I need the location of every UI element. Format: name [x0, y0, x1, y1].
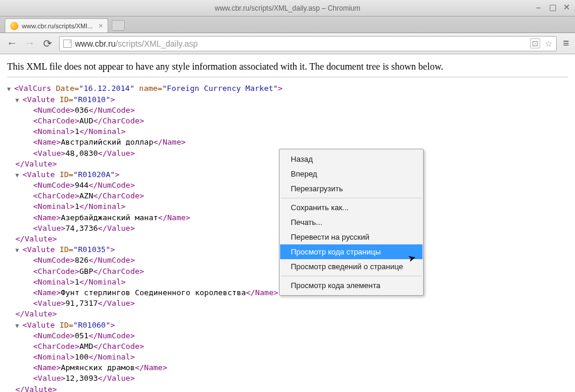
minimize-button[interactable]: –: [534, 2, 543, 12]
xml-field: <Name>Австралийский доллар</Name>: [7, 137, 568, 148]
xml-field: <NumCode>051</NumCode>: [7, 331, 568, 341]
favicon-icon: [10, 22, 18, 30]
translate-icon[interactable]: ⊡: [530, 38, 540, 48]
collapse-toggle-icon[interactable]: ▼: [7, 85, 14, 93]
url-path: /scripts/XML_daily.asp: [115, 39, 197, 48]
context-menu-item[interactable]: Сохранить как...: [280, 200, 423, 215]
context-menu-item[interactable]: Вперед: [280, 166, 423, 181]
context-menu-item[interactable]: Просмотр сведений о странице: [280, 259, 423, 274]
address-bar[interactable]: www.cbr.ru/scripts/XML_daily.asp ⊡ ☆: [59, 36, 557, 51]
xml-field: <Nominal>100</Nominal>: [7, 352, 568, 362]
tab-bar: www.cbr.ru/scripts/XMl... ×: [0, 17, 575, 33]
close-window-button[interactable]: ✕: [562, 2, 571, 12]
url-actions: ⊡ ☆: [530, 38, 553, 48]
xml-field: <Value>12,3093</Value>: [7, 373, 568, 384]
xml-root-open[interactable]: ▼<ValCurs Date="16.12.2014" name="Foreig…: [7, 83, 568, 94]
valute-close: </Valute>: [7, 384, 568, 392]
collapse-toggle-icon[interactable]: ▼: [15, 96, 22, 104]
context-menu-separator: [281, 198, 422, 198]
context-menu: НазадВпередПерезагрузитьСохранить как...…: [279, 149, 424, 296]
context-menu-separator: [281, 276, 422, 276]
xml-field: <Value>91,7317</Value>: [7, 298, 568, 309]
window-titlebar: www.cbr.ru/scripts/XML_daily.asp – Chrom…: [0, 0, 575, 17]
bookmark-star-icon[interactable]: ☆: [545, 39, 553, 48]
tab-close-button[interactable]: ×: [99, 21, 103, 30]
nav-bar: ← → ⟳ www.cbr.ru/scripts/XML_daily.asp ⊡…: [0, 33, 575, 54]
back-button[interactable]: ←: [6, 38, 18, 50]
context-menu-item[interactable]: Просмотр кода страницы: [280, 244, 423, 259]
xml-notice: This XML file does not appear to have an…: [7, 60, 568, 73]
tab-title: www.cbr.ru/scripts/XMl...: [22, 22, 93, 30]
forward-button[interactable]: →: [24, 38, 35, 50]
context-menu-item[interactable]: Перезагрузить: [280, 181, 423, 196]
browser-menu-button[interactable]: ≡: [563, 37, 569, 50]
xml-field: <Name>Армянских драмов</Name>: [7, 362, 568, 373]
context-menu-item[interactable]: Перевести на русский: [280, 230, 423, 244]
context-menu-item[interactable]: Просмотр кода элемента: [280, 278, 423, 293]
browser-tab[interactable]: www.cbr.ru/scripts/XMl... ×: [5, 18, 108, 32]
window-title: www.cbr.ru/scripts/XML_daily.asp – Chrom…: [215, 4, 360, 12]
valute-close: </Valute>: [7, 309, 568, 319]
url-host: www.cbr.ru: [75, 39, 115, 48]
valute-open[interactable]: ▼<Valute ID="R01060">: [7, 320, 568, 331]
context-menu-item[interactable]: Назад: [280, 152, 423, 166]
page-icon: [63, 40, 72, 48]
xml-field: <NumCode>036</NumCode>: [7, 105, 568, 116]
context-menu-item[interactable]: Печать...: [280, 215, 423, 230]
xml-field: <CharCode>AMD</CharCode>: [7, 341, 568, 352]
window-controls: – ▢ ✕: [534, 2, 571, 12]
collapse-toggle-icon[interactable]: ▼: [15, 246, 22, 254]
new-tab-button[interactable]: [112, 20, 125, 31]
reload-button[interactable]: ⟳: [41, 38, 53, 50]
maximize-button[interactable]: ▢: [548, 2, 557, 12]
url-text: www.cbr.ru/scripts/XML_daily.asp: [75, 39, 197, 48]
xml-field: <Nominal>1</Nominal>: [7, 126, 568, 137]
valute-open[interactable]: ▼<Valute ID="R01010">: [7, 94, 568, 105]
collapse-toggle-icon[interactable]: ▼: [15, 322, 22, 330]
collapse-toggle-icon[interactable]: ▼: [15, 171, 22, 179]
xml-field: <CharCode>AUD</CharCode>: [7, 116, 568, 126]
divider: [7, 77, 568, 77]
